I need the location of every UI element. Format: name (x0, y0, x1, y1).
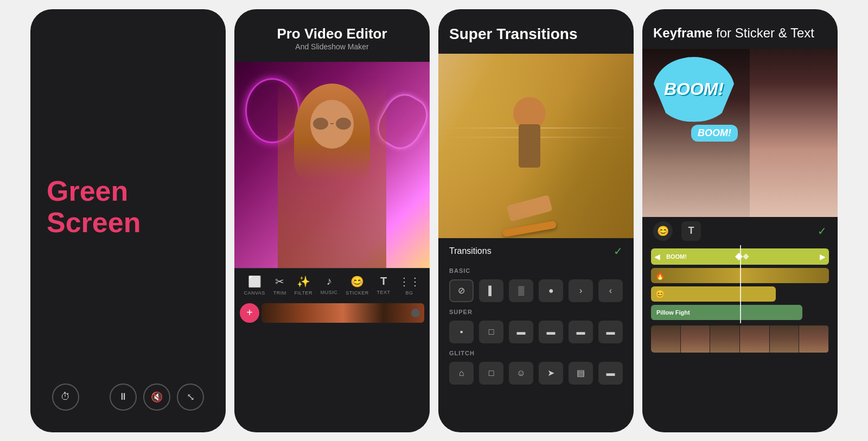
super-trans-6[interactable]: ▬ (598, 321, 623, 343)
tool-music[interactable]: ♪ MUSIC (321, 275, 338, 295)
trans-wipe[interactable]: ▌ (479, 279, 503, 302)
fullscreen-icon: ⤡ (187, 391, 195, 403)
phone-card-green-screen: Green Screen ⏱ ⏸ 🔇 ⤡ (30, 9, 226, 432)
green-screen-title: Green Screen (47, 176, 209, 238)
motion-blur-overlay (438, 54, 634, 238)
trans-left[interactable]: ‹ (598, 279, 623, 302)
tool-filter[interactable]: ✨ FILTER (295, 275, 312, 296)
boom-text-2: BOOM! (698, 127, 731, 138)
super-trans-2[interactable]: □ (479, 321, 503, 343)
right-icon: › (579, 286, 582, 296)
card3-header: Super Transitions (438, 25, 634, 54)
video-frame-3 (710, 325, 740, 353)
phone-card-pro-video: Pro Video Editor And Slideshow Maker ⬜ C… (234, 9, 430, 432)
card2-header: Pro Video Editor And Slideshow Maker (234, 25, 430, 62)
none-icon: ⊘ (458, 285, 465, 296)
pause-icon: ⏸ (118, 391, 128, 402)
boom-track-label: BOOM! (666, 253, 687, 260)
pause-button[interactable]: ⏸ (110, 384, 137, 411)
add-clip-button[interactable]: + (240, 303, 259, 323)
keyframe-title-bold: Keyframe (653, 25, 712, 40)
keyframe-diamond (735, 252, 743, 260)
glitch-icon-4: ➤ (547, 368, 554, 378)
video-frame-2 (681, 325, 711, 353)
glitch-icon-6: ▬ (607, 368, 615, 378)
tool-text[interactable]: T TEXT (377, 275, 391, 295)
bottom-safe-area (234, 327, 430, 338)
glitch-trans-2[interactable]: □ (479, 362, 503, 385)
glitch-trans-4[interactable]: ➤ (539, 362, 563, 385)
tool-canvas[interactable]: ⬜ CANVAS (244, 275, 265, 296)
pro-video-preview-image (234, 62, 430, 268)
sticker-icon: 😊 (350, 275, 364, 288)
video-frame-5 (770, 325, 800, 353)
super-trans-3[interactable]: ▬ (509, 321, 533, 343)
text-button[interactable]: T (681, 221, 701, 241)
glitch-trans-1[interactable]: ⌂ (449, 362, 474, 385)
trim-label: TRIM (273, 290, 286, 296)
face-emoji: 😊 (655, 290, 665, 298)
trans-dissolve[interactable]: ▒ (509, 279, 533, 302)
glitch-icon-3: ☺ (516, 368, 525, 378)
dissolve-icon: ▒ (518, 286, 524, 296)
keyframe-timeline: ◀ BOOM! ▶ 🔥 😊 Pillow Fight (642, 245, 838, 323)
transitions-label-text: Transitions (449, 246, 492, 256)
fire-track[interactable]: 🔥 (651, 268, 829, 283)
super-icon-6: ▬ (607, 327, 615, 337)
emoji-button[interactable]: 😊 (653, 221, 673, 241)
video-frame-4 (740, 325, 770, 353)
pro-video-title-main: Pro Video Editor (245, 25, 419, 42)
super-trans-5[interactable]: ▬ (569, 321, 593, 343)
bg-label: BG (405, 290, 413, 296)
super-section-label: SUPER (438, 305, 634, 317)
mute-icon: 🔇 (151, 391, 163, 403)
bg-icon: ⋮⋮ (399, 275, 420, 288)
super-transitions-title: Super Transitions (449, 25, 623, 43)
super-icon-3: ▬ (517, 327, 526, 337)
glitch-trans-3[interactable]: ☺ (509, 362, 533, 385)
trans-none[interactable]: ⊘ (449, 279, 474, 302)
glitch-trans-5[interactable]: ▤ (569, 362, 593, 385)
basic-transitions-row: ⊘ ▌ ▒ ● › ‹ (438, 276, 634, 305)
glasses (313, 118, 351, 130)
check-icon: ✓ (614, 245, 623, 258)
mute-button[interactable]: 🔇 (143, 384, 170, 411)
glitch-section-label: GLITCH (438, 347, 634, 359)
sticker-label: STICKER (346, 290, 369, 296)
circle-icon: ● (548, 286, 554, 296)
emoji-track[interactable]: 😊 (651, 286, 776, 302)
boom-track[interactable]: ◀ BOOM! ▶ (651, 248, 829, 265)
music-icon: ♪ (327, 275, 332, 287)
video-frame-1 (651, 325, 681, 353)
transitions-header-bar: Transitions ✓ (438, 238, 634, 264)
glitch-icon-5: ▤ (577, 368, 585, 378)
super-trans-1[interactable]: ▪ (449, 321, 474, 343)
timer-button[interactable]: ⏱ (52, 384, 79, 411)
track-arrow-left: ◀ (654, 252, 660, 261)
fullscreen-button[interactable]: ⤡ (177, 384, 204, 411)
timeline-thumbnail[interactable] (261, 303, 424, 323)
track-arrow-right: ▶ (820, 252, 826, 261)
super-icon-5: ▬ (577, 327, 585, 337)
trans-right[interactable]: › (569, 279, 593, 302)
keyframe-emoji-toolbar: 😊 T ✓ (642, 217, 838, 245)
keyframe-preview-image: BOOM! BOOM! (642, 49, 838, 217)
pillow-fight-track[interactable]: Pillow Fight (651, 305, 802, 320)
text-icon: T (688, 225, 694, 237)
text-tool-icon: T (380, 275, 387, 287)
plus-icon: + (246, 306, 253, 319)
tool-sticker[interactable]: 😊 STICKER (346, 275, 369, 296)
super-trans-4[interactable]: ▬ (539, 321, 563, 343)
basic-section-label: BASIC (438, 264, 634, 276)
pillow-fight-label: Pillow Fight (656, 309, 690, 316)
filter-label: FILTER (295, 290, 312, 296)
tool-trim[interactable]: ✂ TRIM (273, 275, 286, 296)
music-label: MUSIC (321, 290, 338, 295)
tool-bg[interactable]: ⋮⋮ BG (399, 275, 420, 296)
super-icon-1: ▪ (460, 327, 463, 337)
left-icon: ‹ (609, 286, 612, 296)
glitch-trans-6[interactable]: ▬ (598, 362, 623, 385)
video-frame-6 (799, 325, 829, 353)
timer-icon: ⏱ (61, 391, 71, 402)
trans-circle[interactable]: ● (539, 279, 563, 302)
